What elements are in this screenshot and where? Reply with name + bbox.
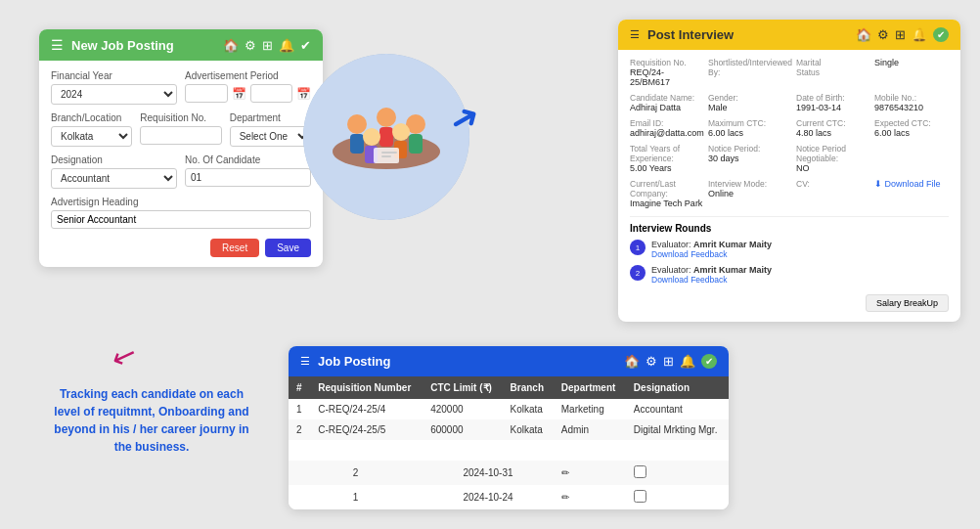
pi-body: Requisition No. REQ/24-25/BM617 Shortlis… <box>618 50 960 322</box>
department-label: Department <box>230 112 311 123</box>
col-ctc: CTC Limit (₹) <box>423 376 502 399</box>
adv-period-group: Advertisement Period 📅 📅 <box>185 70 311 105</box>
table-row: 2 2024-10-31 ✏ <box>289 461 729 485</box>
row-financial-adv: Financial Year 2024 Advertisement Period… <box>51 70 311 105</box>
post-interview-panel: ☰ Post Interview 🏠 ⚙ ⊞ 🔔 ✔ Requisition N… <box>618 20 960 322</box>
job-posting-title: Job Posting <box>318 354 616 369</box>
pi-exp-ctc: Expected CTC: 6.00 lacs <box>874 118 949 138</box>
new-job-posting-panel: ☰ New Job Posting 🏠 ⚙ ⊞ 🔔 ✔ Financial Ye… <box>39 29 323 267</box>
round-2-info: Evaluator: Amrit Kumar Maity Download Fe… <box>651 265 772 285</box>
table-row: 1 2024-10-24 ✏ <box>289 485 729 509</box>
department-group: Department Select One <box>230 112 311 147</box>
svg-point-2 <box>347 114 367 134</box>
interview-round-1: 1 Evaluator: Amrit Kumar Maity Download … <box>630 240 949 259</box>
svg-point-8 <box>363 128 380 146</box>
adv-heading-input[interactable] <box>51 210 311 229</box>
pi-marital-value: Single <box>874 58 949 87</box>
pi-settings-icon[interactable]: ⚙ <box>877 27 889 42</box>
menu-icon-pi: ☰ <box>630 28 640 41</box>
new-job-body: Financial Year 2024 Advertisement Period… <box>39 61 323 267</box>
svg-rect-5 <box>379 127 393 147</box>
calendar-icon-from[interactable]: 📅 <box>232 87 246 101</box>
requisition-input[interactable] <box>140 126 221 145</box>
job-posting-panel: ☰ Job Posting 🏠 ⚙ ⊞ 🔔 ✔ # Requisition Nu… <box>289 346 729 509</box>
col-dept: Department <box>554 376 626 399</box>
financial-year-select[interactable]: 2024 <box>51 84 177 105</box>
no-of-candidate-input[interactable] <box>185 168 311 187</box>
cell-branch-2: Kolkata <box>503 419 554 440</box>
cell-desig-2: Digital Mrkting Mgr. <box>626 419 729 440</box>
cell-cand-req-2: 1 <box>289 485 423 509</box>
pi-curr-ctc: Current CTC: 4.80 lacs <box>796 118 870 138</box>
menu-icon: ☰ <box>51 37 64 53</box>
designation-label: Designation <box>51 154 177 165</box>
pi-notice-neg: Notice Period Negotiable: NO <box>796 144 870 173</box>
round-2-name: Amrit Kumar Maity <box>693 265 772 275</box>
jp-grid-icon[interactable]: ⊞ <box>663 354 674 369</box>
col-action: Action <box>554 440 729 461</box>
settings-icon[interactable]: ⚙ <box>245 38 256 53</box>
jp-bell-icon[interactable]: 🔔 <box>680 354 695 369</box>
pi-marital-label: Marital Status <box>796 58 870 87</box>
button-row: Reset Save <box>51 239 311 257</box>
cell-edit-2[interactable]: ✏ <box>554 485 626 509</box>
pi-bell-icon[interactable]: 🔔 <box>912 27 927 42</box>
branch-label: Branch/Location <box>51 112 132 123</box>
cell-desig-1: Accountant <box>626 399 729 419</box>
grid-icon[interactable]: ⊞ <box>262 38 273 53</box>
pi-max-ctc: Maximum CTC: 6.00 lacs <box>708 118 792 138</box>
row-branch-req-dept: Branch/Location Kolkata Requisition No. … <box>51 112 311 147</box>
pi-check-icon[interactable]: ✔ <box>933 27 949 42</box>
pi-placeholder <box>874 144 949 173</box>
save-button[interactable]: Save <box>265 239 311 257</box>
branch-location-group: Branch/Location Kolkata <box>51 112 132 147</box>
bell-icon[interactable]: 🔔 <box>279 38 294 53</box>
table-body-1: 1 C-REQ/24-25/4 420000 Kolkata Marketing… <box>289 399 729 509</box>
round-1-name: Amrit Kumar Maity <box>693 240 772 249</box>
designation-select[interactable]: Accountant <box>51 168 177 189</box>
cell-edit-1[interactable]: ✏ <box>554 461 626 485</box>
calendar-icon-to[interactable]: 📅 <box>296 87 311 101</box>
pi-cv: CV: <box>796 179 870 208</box>
col-adv-expiry: Advertisement Expiry <box>423 440 554 461</box>
col-cand-req: Candidate Required <box>289 440 423 461</box>
row-1-checkbox[interactable] <box>634 465 646 478</box>
jp-header-icons: 🏠 ⚙ ⊞ 🔔 ✔ <box>624 354 717 369</box>
cell-num-2: 2 <box>289 419 310 440</box>
pi-dob: Date of Birth: 1991-03-14 <box>796 93 870 112</box>
svg-rect-3 <box>350 134 364 154</box>
job-posting-header: ☰ Job Posting 🏠 ⚙ ⊞ 🔔 ✔ <box>289 346 729 376</box>
jp-check-icon[interactable]: ✔ <box>701 354 717 369</box>
pi-divider <box>630 216 949 217</box>
cell-check-1[interactable] <box>626 461 729 485</box>
reset-button[interactable]: Reset <box>210 239 259 257</box>
jp-home-icon[interactable]: 🏠 <box>624 354 640 369</box>
cell-num-1: 1 <box>289 399 310 419</box>
table-row: 1 C-REQ/24-25/4 420000 Kolkata Marketing… <box>289 399 729 419</box>
post-interview-header: ☰ Post Interview 🏠 ⚙ ⊞ 🔔 ✔ <box>618 20 960 50</box>
salary-breakup-button[interactable]: Salary BreakUp <box>866 294 949 312</box>
check-icon[interactable]: ✔ <box>300 38 311 53</box>
pi-details-grid: Requisition No. REQ/24-25/BM617 Shortlis… <box>630 58 949 208</box>
jp-settings-icon[interactable]: ⚙ <box>646 354 657 369</box>
round-1-feedback[interactable]: Download Feedback <box>651 249 772 259</box>
col-branch: Branch <box>503 376 554 399</box>
branch-select[interactable]: Kolkata <box>51 126 132 147</box>
row-2-checkbox[interactable] <box>634 490 646 503</box>
adv-period-from[interactable] <box>185 84 228 103</box>
department-select[interactable]: Select One <box>230 126 311 147</box>
cell-check-2[interactable] <box>626 485 729 509</box>
cell-ctc-2: 600000 <box>423 419 502 440</box>
pi-home-icon[interactable]: 🏠 <box>856 27 871 42</box>
adv-period-to[interactable] <box>250 84 293 103</box>
pi-cand-name: Candidate Name: Adhiraj Datta <box>630 93 704 112</box>
home-icon[interactable]: 🏠 <box>223 38 239 53</box>
pi-grid-icon[interactable]: ⊞ <box>895 27 906 42</box>
svg-rect-13 <box>381 152 397 154</box>
designation-group: Designation Accountant <box>51 154 177 189</box>
pi-company: Current/Last Company: Imagine Tech Park <box>630 179 704 208</box>
pi-req-no: Requisition No. REQ/24-25/BM617 <box>630 58 704 87</box>
round-2-feedback[interactable]: Download Feedback <box>651 275 772 285</box>
pi-cv-download[interactable]: ⬇ Download File <box>874 179 949 208</box>
cell-expiry-2: 2024-10-24 <box>423 485 554 509</box>
